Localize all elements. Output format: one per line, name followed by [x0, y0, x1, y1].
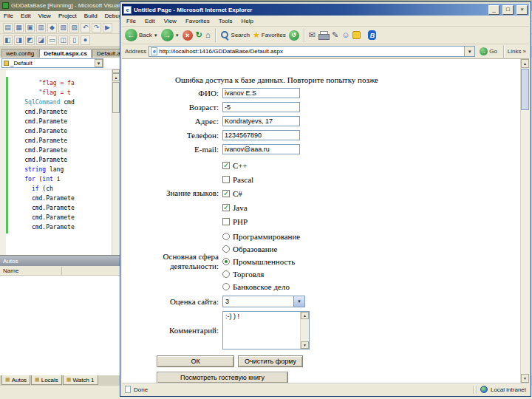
breakpoint-icon[interactable]: ●	[81, 35, 90, 45]
ok-button[interactable]: ОК	[157, 355, 234, 367]
address-url[interactable]: http://localhost:1416/GDDataBase/Default…	[159, 48, 283, 55]
history-button[interactable]: ↺	[289, 30, 299, 41]
comment-lines-icon[interactable]: ▯	[69, 35, 79, 45]
chevron-down-icon[interactable]: ▼	[293, 296, 304, 307]
comment-textarea[interactable]: :-) ) ! ▲ ▼	[222, 311, 310, 349]
ie-window-title: Untitled Page - Microsoft Internet Explo…	[134, 7, 252, 13]
page-scrollbar[interactable]: ▲ ▼	[520, 59, 529, 383]
minimize-button[interactable]: _	[488, 5, 499, 15]
rating-select[interactable]: 3 ▼	[222, 296, 305, 307]
vs-menu-build[interactable]: Build	[81, 13, 101, 19]
paste-icon[interactable]: ▨	[69, 23, 79, 33]
clear-form-button[interactable]: Очистить форму	[238, 355, 303, 367]
editor-scrollbar[interactable]: ▲	[112, 69, 120, 255]
scrollbar-thumb[interactable]	[112, 82, 120, 113]
new-file-icon[interactable]: ▤	[3, 23, 13, 33]
favorites-button[interactable]: ★ Favorites	[253, 31, 286, 39]
properties-window-icon[interactable]: ◨	[14, 35, 24, 45]
address-input[interactable]: e http://localhost:1416/GDDataBase/Defau…	[149, 46, 475, 57]
tab-autos[interactable]: ▦ Autos	[1, 375, 30, 385]
phone-input[interactable]	[222, 130, 300, 140]
vs-menu-edit[interactable]: Edit	[17, 13, 35, 19]
comment-label: Комментарий:	[122, 326, 222, 335]
undo-icon[interactable]: ↶	[81, 23, 90, 33]
ie-menu-help[interactable]: Help	[236, 18, 257, 24]
java-checkbox[interactable]	[222, 204, 230, 211]
scroll-up-icon[interactable]: ▲	[301, 312, 309, 319]
autos-name-column[interactable]: Name	[0, 266, 120, 276]
bluetooth-button[interactable]: B	[368, 30, 376, 40]
redo-icon[interactable]: ↷	[92, 23, 101, 33]
solution-explorer-icon[interactable]: ◧	[3, 35, 13, 45]
cut-icon[interactable]: ◆	[47, 23, 57, 33]
banking-radio[interactable]	[222, 283, 230, 290]
print-button[interactable]	[318, 30, 329, 40]
ie-menu-view[interactable]: View	[160, 18, 181, 24]
cpp-checkbox[interactable]	[222, 162, 230, 169]
age-input[interactable]	[222, 102, 300, 112]
forward-chevron-icon[interactable]: ▼	[175, 33, 180, 38]
ie-title-bar[interactable]: e Untitled Page - Microsoft Internet Exp…	[122, 4, 529, 16]
stop-button[interactable]: ×	[183, 30, 193, 41]
maximize-button[interactable]: □	[502, 5, 514, 15]
pascal-checkbox[interactable]	[222, 176, 230, 183]
tab-watch-1[interactable]: ▦ Watch 1	[63, 375, 98, 385]
industry-radio[interactable]	[222, 258, 230, 265]
mail-button[interactable]: ✉	[309, 31, 316, 39]
education-radio[interactable]	[222, 245, 230, 253]
find-icon[interactable]: ◫	[58, 35, 68, 45]
sphere-option: Промышленность	[222, 255, 300, 267]
code-editor[interactable]: "flag = fa "flag = t SqlCommand cmd cmd.…	[0, 69, 120, 255]
autos-panel-title[interactable]: Autos	[0, 256, 120, 266]
messenger-button[interactable]: ☺	[341, 31, 349, 39]
go-button[interactable]: → Go	[477, 47, 499, 56]
ie-menu-favorites[interactable]: Favorites	[181, 18, 214, 24]
save-icon[interactable]: ▣	[25, 23, 35, 33]
scroll-down-icon[interactable]: ▼	[301, 341, 309, 349]
back-chevron-icon[interactable]: ▼	[154, 33, 158, 38]
csharp-checkbox[interactable]	[222, 190, 230, 197]
back-button[interactable]: ← Back ▼	[125, 29, 158, 41]
view-guestbook-button[interactable]: Посмотреть гостевую книгу	[157, 372, 288, 383]
ie-menu-tools[interactable]: Tools	[214, 18, 237, 24]
copy-icon[interactable]: ▧	[58, 23, 68, 33]
start-debug-icon[interactable]: ▶	[103, 23, 112, 33]
scrollbar-thumb[interactable]	[521, 69, 529, 110]
class-dropdown[interactable]: _Default ▼	[1, 58, 103, 68]
programming-radio[interactable]	[222, 233, 230, 240]
scroll-up-icon[interactable]: ▲	[112, 73, 120, 81]
close-button[interactable]: ×	[516, 5, 528, 15]
address-field-input[interactable]	[222, 116, 300, 126]
tab-web-config[interactable]: web.config	[1, 49, 38, 58]
forward-button[interactable]: → ▼	[161, 29, 180, 41]
vs-menu-project[interactable]: Project	[55, 13, 81, 19]
ie-menu-file[interactable]: File	[122, 18, 140, 24]
edit-button[interactable]: ✎	[332, 31, 338, 39]
tab-default-aspx-cs[interactable]: Default.aspx.cs	[39, 49, 92, 58]
refresh-button[interactable]: ↻	[196, 31, 202, 39]
address-dropdown-icon[interactable]: ▼	[464, 47, 474, 56]
open-file-icon[interactable]: ▦	[14, 23, 24, 33]
research-button[interactable]	[352, 31, 361, 39]
fio-input[interactable]	[222, 88, 300, 98]
vs-menu-view[interactable]: View	[35, 13, 55, 19]
desktop: GDDataBase [Running] - Microsoft Visual …	[0, 0, 532, 399]
textarea-scrollbar[interactable]: ▲ ▼	[300, 312, 309, 349]
toolbox-icon[interactable]: ◩	[25, 35, 35, 45]
scroll-down-icon[interactable]: ▼	[521, 374, 529, 383]
trade-radio[interactable]	[222, 270, 230, 278]
tab-locals[interactable]: ▦ Locals	[31, 375, 62, 385]
links-toolbar[interactable]: Links »	[508, 48, 526, 55]
home-button[interactable]: ⌂	[205, 31, 211, 39]
php-checkbox[interactable]	[222, 218, 230, 225]
search-button[interactable]: Search	[220, 30, 250, 40]
email-input[interactable]	[222, 144, 300, 154]
ie-menu-edit[interactable]: Edit	[140, 18, 160, 24]
error-list-icon[interactable]: ◪	[36, 35, 46, 45]
vs-menu-file[interactable]: File	[0, 13, 17, 19]
vs-code[interactable]: "flag = fa "flag = t SqlCommand cmd cmd.…	[10, 78, 111, 232]
scroll-up-icon[interactable]: ▲	[521, 59, 529, 68]
output-window-icon[interactable]: ▭	[47, 35, 57, 45]
chevron-down-icon[interactable]: ▼	[95, 59, 103, 67]
save-all-icon[interactable]: ▥	[36, 23, 46, 33]
